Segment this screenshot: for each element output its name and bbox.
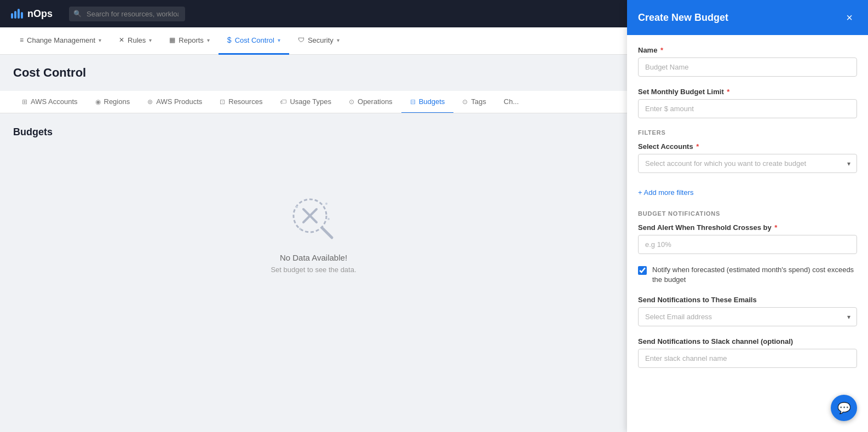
reports-icon: ▦ — [169, 36, 175, 44]
app-logo[interactable]: nOps — [11, 8, 53, 20]
budget-limit-label: Set Monthly Budget Limit * — [638, 88, 857, 96]
tab-aws-accounts[interactable]: ⊞ AWS Accounts — [13, 91, 87, 113]
select-accounts-label: Select Accounts * — [638, 142, 857, 151]
nav-label: Reports — [179, 36, 204, 44]
panel-header: Create New Budget × — [627, 0, 868, 35]
budget-limit-form-group: Set Monthly Budget Limit * — [638, 88, 857, 118]
filters-section-label: FILTERS — [638, 129, 857, 136]
nav-security[interactable]: 🛡 Security ▾ — [289, 27, 348, 55]
tab-label: Usage Types — [290, 97, 331, 106]
operations-icon: ⊙ — [349, 98, 354, 106]
threshold-form-group: Send Alert When Threshold Crosses by * — [638, 223, 857, 254]
svg-point-4 — [296, 206, 298, 208]
search-input[interactable] — [69, 7, 185, 21]
logo-icon — [11, 9, 23, 19]
tab-label: Tags — [471, 97, 486, 106]
chevron-down-icon: ▾ — [207, 37, 210, 43]
resources-icon: ⊡ — [220, 98, 225, 106]
required-marker: * — [727, 88, 729, 96]
notify-checkbox-label: Notify when forecasted (estimated month'… — [652, 265, 857, 285]
notifications-section: BUDGET NOTIFICATIONS Send Alert When Thr… — [638, 210, 857, 368]
budgets-icon: ⊟ — [410, 98, 416, 106]
tab-regions[interactable]: ◉ Regions — [87, 91, 139, 113]
required-marker: * — [696, 142, 699, 151]
nav-rules[interactable]: ✕ Rules ▾ — [110, 27, 160, 55]
svg-point-7 — [299, 228, 301, 230]
empty-state-icon — [289, 195, 338, 244]
logo-bar-1 — [11, 13, 13, 19]
slack-input[interactable] — [638, 349, 857, 368]
chevron-down-icon: ▾ — [337, 37, 340, 43]
nav-label: Rules — [128, 36, 146, 44]
nav-cost-control[interactable]: $ Cost Control ▾ — [219, 27, 289, 55]
panel-body: Name * Set Monthly Budget Limit * FILTER… — [627, 35, 868, 432]
panel-title: Create New Budget — [638, 12, 728, 24]
select-accounts-form-group: Select Accounts * Select account for whi… — [638, 142, 857, 173]
empty-state: No Data Available! Set budget to see the… — [13, 151, 614, 318]
tab-tags[interactable]: ⊙ Tags — [453, 91, 495, 113]
notify-checkbox[interactable] — [638, 266, 647, 275]
tab-budgets[interactable]: ⊟ Budgets — [401, 91, 454, 113]
slack-form-group: Send Notifications to Slack channel (opt… — [638, 337, 857, 368]
chevron-down-icon: ▾ — [99, 37, 101, 43]
required-marker: * — [660, 46, 663, 54]
logo-bar-2 — [14, 11, 16, 19]
tab-bar: ⊞ AWS Accounts ◉ Regions ⊛ AWS Products … — [0, 91, 627, 113]
cost-control-icon: $ — [227, 36, 232, 44]
empty-primary-text: No Data Available! — [280, 253, 347, 262]
accounts-select[interactable]: Select account for which you want to cre… — [638, 154, 857, 173]
side-panel: Create New Budget × Name * Set Monthly B… — [627, 0, 868, 432]
aws-accounts-icon: ⊞ — [22, 98, 27, 106]
emails-form-group: Send Notifications to These Emails Selec… — [638, 296, 857, 326]
chat-button[interactable]: 💬 — [831, 395, 857, 421]
chat-icon: 💬 — [837, 401, 851, 414]
tab-label: AWS Products — [156, 97, 202, 106]
nav-label: Cost Control — [235, 36, 274, 44]
search-wrapper — [69, 7, 343, 21]
change-management-icon: ≡ — [20, 36, 24, 44]
nav-change-management[interactable]: ≡ Change Management ▾ — [11, 27, 110, 55]
svg-line-3 — [322, 228, 332, 238]
chevron-down-icon: ▾ — [278, 37, 280, 43]
emails-label: Send Notifications to These Emails — [638, 296, 857, 304]
page-title: Cost Control — [13, 66, 614, 80]
budgets-section: Budgets No Data Available! Set budget to… — [13, 126, 614, 318]
tags-icon: ⊙ — [462, 98, 468, 106]
nav-reports[interactable]: ▦ Reports ▾ — [160, 27, 219, 55]
add-more-filters-button[interactable]: + Add more filters — [638, 188, 694, 197]
tab-usage-types[interactable]: 🏷 Usage Types — [271, 91, 340, 113]
logo-text: nOps — [27, 8, 53, 20]
notify-checkbox-group: Notify when forecasted (estimated month'… — [638, 265, 857, 285]
tab-label: Resources — [228, 97, 262, 106]
slack-label: Send Notifications to Slack channel (opt… — [638, 337, 857, 345]
close-button[interactable]: × — [842, 10, 857, 25]
threshold-label: Send Alert When Threshold Crosses by * — [638, 223, 857, 232]
security-icon: 🛡 — [298, 36, 304, 44]
tab-label: Operations — [358, 97, 393, 106]
logo-bar-4 — [21, 12, 23, 19]
logo-bar-3 — [18, 9, 20, 19]
budgets-title: Budgets — [13, 126, 614, 138]
accounts-select-wrapper: Select account for which you want to cre… — [638, 154, 857, 173]
budget-limit-input[interactable] — [638, 99, 857, 118]
budget-name-input[interactable] — [638, 57, 857, 77]
tab-resources[interactable]: ⊡ Resources — [211, 91, 271, 113]
tab-ch[interactable]: Ch... — [495, 91, 527, 113]
emails-select[interactable]: Select Email address — [638, 307, 857, 326]
notifications-section-label: BUDGET NOTIFICATIONS — [638, 210, 857, 217]
name-label: Name * — [638, 46, 857, 54]
svg-point-6 — [327, 218, 330, 220]
tab-operations[interactable]: ⊙ Operations — [340, 91, 401, 113]
tab-label: Budgets — [419, 97, 445, 106]
regions-icon: ◉ — [95, 98, 101, 106]
empty-secondary-text: Set budget to see the data. — [271, 266, 356, 274]
emails-select-wrapper: Select Email address — [638, 307, 857, 326]
usage-types-icon: 🏷 — [280, 98, 286, 106]
nav-label: Security — [308, 36, 334, 44]
tab-label: Regions — [104, 97, 130, 106]
tab-aws-products[interactable]: ⊛ AWS Products — [139, 91, 211, 113]
svg-point-5 — [325, 203, 327, 205]
main-content: Cost Control ⊞ AWS Accounts ◉ Regions ⊛ … — [0, 55, 627, 432]
threshold-input[interactable] — [638, 235, 857, 254]
nav-label: Change Management — [27, 36, 95, 44]
